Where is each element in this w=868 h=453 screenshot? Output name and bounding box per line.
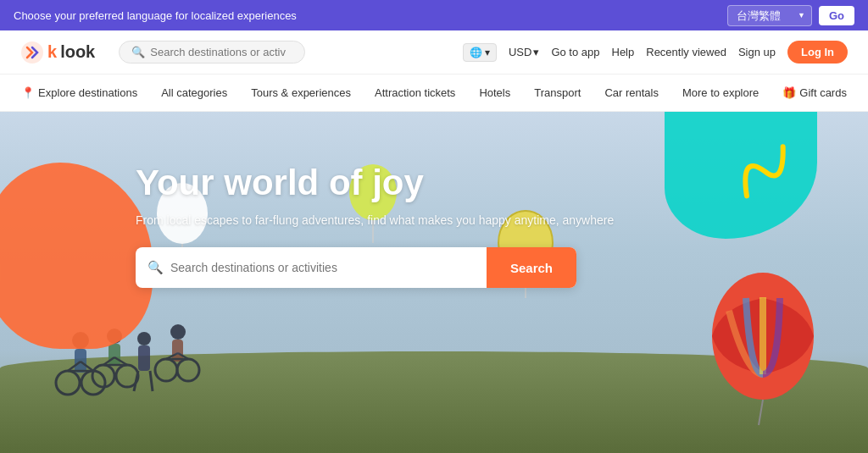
hero-search-button[interactable]: Search (487, 247, 576, 288)
hero-section: Your world of joy From local escapes to … (0, 112, 868, 453)
hero-search-icon: 🔍 (147, 260, 164, 275)
logo-look: look (60, 42, 95, 62)
language-selector-wrapper[interactable]: 台灣繁體 English (727, 5, 812, 26)
svg-rect-25 (138, 345, 150, 371)
language-select[interactable]: 台灣繁體 English (727, 5, 812, 26)
logo[interactable]: klook (20, 41, 95, 64)
svg-point-12 (56, 371, 80, 395)
flag-selector[interactable]: 🌐 ▾ (463, 43, 497, 62)
hero-search-bar: 🔍 Search (136, 247, 576, 288)
nav-explore-destinations[interactable]: 📍 Explore destinations (9, 75, 149, 112)
help-link[interactable]: Help (612, 46, 635, 58)
nav-all-categories[interactable]: All categories (149, 75, 239, 112)
banner-text: Choose your preferred language for local… (14, 9, 297, 22)
nav-hotels[interactable]: Hotels (467, 75, 522, 112)
currency-selector[interactable]: USD ▾ (509, 46, 539, 58)
nav-search-icon: 🔍 (131, 46, 145, 58)
recently-viewed-link[interactable]: Recently viewed (646, 46, 726, 58)
nav-more[interactable]: More to explore (670, 75, 771, 112)
nav-attraction-tickets[interactable]: Attraction tickets (363, 75, 467, 112)
svg-rect-11 (75, 349, 86, 373)
nav-gift-cards[interactable]: 🎁 Gift cards (771, 75, 859, 112)
svg-line-27 (150, 371, 153, 391)
flag-icon: 🌐 (470, 47, 482, 58)
hero-content: Your world of joy From local escapes to … (136, 163, 614, 288)
goto-app-link[interactable]: Go to app (551, 46, 599, 58)
svg-point-28 (170, 324, 186, 340)
nav-transport[interactable]: Transport (522, 75, 593, 112)
top-banner: Choose your preferred language for local… (0, 0, 868, 30)
hero-search-input[interactable] (170, 261, 475, 274)
flag-arrow: ▾ (485, 47, 490, 58)
go-button[interactable]: Go (819, 6, 854, 25)
hero-search-inner: 🔍 (136, 260, 487, 275)
signup-link[interactable]: Sign up (738, 46, 776, 58)
nav-search-box[interactable]: 🔍 (119, 41, 305, 64)
navbar: klook 🔍 🌐 ▾ USD ▾ Go to app Help Recentl… (0, 30, 868, 75)
svg-point-31 (177, 359, 199, 381)
nav-tours[interactable]: Tours & experiences (239, 75, 363, 112)
currency-label: USD (509, 46, 531, 58)
banner-right: 台灣繁體 English Go (727, 5, 854, 26)
location-icon: 📍 (21, 86, 35, 99)
gift-icon: 🎁 (782, 86, 796, 99)
svg-rect-18 (108, 344, 120, 366)
currency-arrow: ▾ (533, 46, 539, 58)
svg-line-9 (759, 400, 763, 425)
svg-point-24 (137, 332, 151, 345)
svg-point-30 (155, 359, 177, 381)
hero-subtitle: From local escapes to far-flung adventur… (136, 213, 614, 227)
secondary-nav: 📍 Explore destinations All categories To… (0, 75, 868, 112)
nav-search-input[interactable] (150, 46, 286, 58)
hero-title: Your world of joy (136, 163, 614, 203)
nav-actions: 🌐 ▾ USD ▾ Go to app Help Recently viewed… (463, 41, 848, 64)
logo-k: k (47, 42, 57, 62)
logo-icon (20, 41, 44, 64)
nav-car-rentals[interactable]: Car rentals (593, 75, 670, 112)
login-button[interactable]: Log In (787, 41, 848, 64)
